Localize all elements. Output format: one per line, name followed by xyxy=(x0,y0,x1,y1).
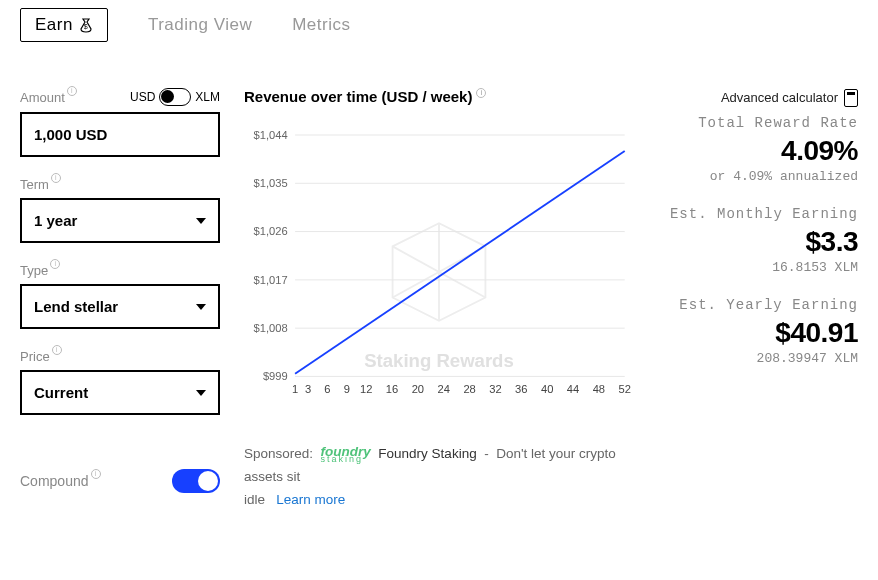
svg-text:40: 40 xyxy=(541,383,553,395)
term-select[interactable]: 1 year xyxy=(20,198,220,243)
info-icon[interactable]: i xyxy=(52,345,62,355)
currency-switch[interactable] xyxy=(159,88,191,106)
svg-text:$1,044: $1,044 xyxy=(254,129,288,141)
tab-trading-view[interactable]: Trading View xyxy=(148,15,252,35)
svg-text:16: 16 xyxy=(386,383,398,395)
svg-text:36: 36 xyxy=(515,383,527,395)
yearly-value: $40.91 xyxy=(658,317,858,349)
svg-text:48: 48 xyxy=(593,383,605,395)
amount-label: Amount i xyxy=(20,90,77,105)
revenue-chart: Staking Rewards $999$1,008$1,017$1,026$1… xyxy=(244,115,634,415)
price-label: Price i xyxy=(20,349,62,364)
info-icon[interactable]: i xyxy=(67,86,77,96)
svg-text:32: 32 xyxy=(489,383,501,395)
advanced-calculator-link[interactable]: Advanced calculator xyxy=(721,89,858,107)
svg-text:$: $ xyxy=(84,23,88,30)
svg-text:20: 20 xyxy=(412,383,424,395)
learn-more-link[interactable]: Learn more xyxy=(276,492,345,507)
svg-text:44: 44 xyxy=(567,383,579,395)
compound-toggle[interactable] xyxy=(172,469,220,493)
svg-text:9: 9 xyxy=(344,383,350,395)
svg-text:6: 6 xyxy=(324,383,330,395)
svg-text:28: 28 xyxy=(463,383,475,395)
tab-metrics[interactable]: Metrics xyxy=(292,15,350,35)
tab-earn-label: Earn xyxy=(35,15,73,35)
compound-label: Compound i xyxy=(20,473,101,489)
chevron-down-icon xyxy=(196,218,206,224)
yearly-sub: 208.39947 XLM xyxy=(658,351,858,366)
svg-text:1: 1 xyxy=(292,383,298,395)
chart-title: Revenue over time (USD / week) xyxy=(244,88,472,105)
yearly-label: Est. Yearly Earning xyxy=(658,297,858,313)
sponsor-block: Sponsored: foundry staking Foundry Staki… xyxy=(244,443,634,512)
trr-label: Total Reward Rate xyxy=(658,115,858,131)
chevron-down-icon xyxy=(196,390,206,396)
monthly-value: $3.3 xyxy=(658,226,858,258)
trr-sub: or 4.09% annualized xyxy=(658,169,858,184)
tabs-bar: Earn $ Trading View Metrics xyxy=(20,0,858,56)
controls-panel: Amount i USD XLM 1,000 USD Term i xyxy=(20,88,220,512)
type-select[interactable]: Lend stellar xyxy=(20,284,220,329)
type-label: Type i xyxy=(20,263,60,278)
stats-panel: Advanced calculator Total Reward Rate 4.… xyxy=(658,88,858,512)
monthly-label: Est. Monthly Earning xyxy=(658,206,858,222)
term-label: Term i xyxy=(20,177,61,192)
tab-earn[interactable]: Earn $ xyxy=(20,8,108,42)
svg-text:$999: $999 xyxy=(263,370,288,382)
svg-text:12: 12 xyxy=(360,383,372,395)
money-bag-icon: $ xyxy=(79,17,93,33)
info-icon[interactable]: i xyxy=(50,259,60,269)
chevron-down-icon xyxy=(196,304,206,310)
trr-value: 4.09% xyxy=(658,135,858,167)
svg-text:24: 24 xyxy=(438,383,450,395)
calculator-icon xyxy=(844,89,858,107)
info-icon[interactable]: i xyxy=(51,173,61,183)
price-select[interactable]: Current xyxy=(20,370,220,415)
amount-input[interactable]: 1,000 USD xyxy=(20,112,220,157)
info-icon[interactable]: i xyxy=(91,469,101,479)
svg-text:$1,017: $1,017 xyxy=(254,274,288,286)
svg-text:$1,008: $1,008 xyxy=(254,322,288,334)
svg-text:$1,026: $1,026 xyxy=(254,225,288,237)
svg-text:52: 52 xyxy=(619,383,631,395)
currency-toggle[interactable]: USD XLM xyxy=(130,88,220,106)
monthly-sub: 16.8153 XLM xyxy=(658,260,858,275)
svg-text:$1,035: $1,035 xyxy=(254,177,288,189)
svg-text:3: 3 xyxy=(305,383,311,395)
info-icon[interactable]: i xyxy=(476,88,486,98)
chart-watermark: Staking Rewards xyxy=(364,350,514,371)
